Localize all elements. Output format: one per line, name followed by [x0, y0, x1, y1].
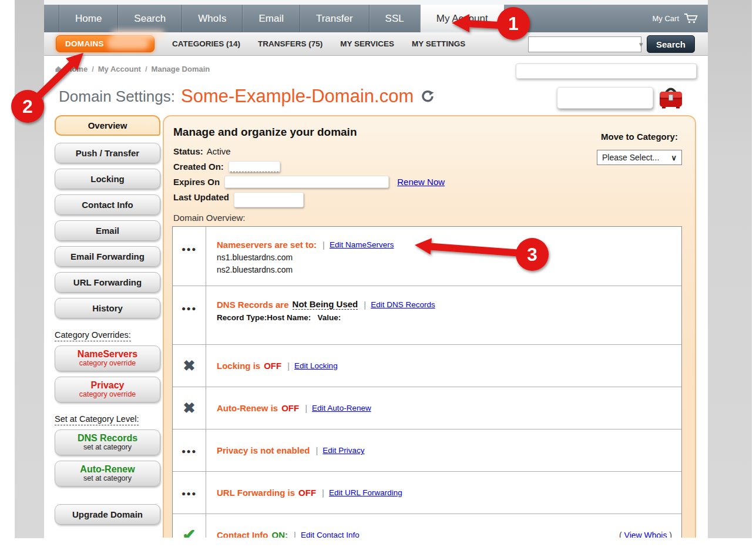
redacted-updated-date — [234, 192, 304, 207]
cart-icon — [684, 13, 698, 24]
category-subtitle: set at category — [83, 444, 132, 452]
table-row-nameservers: Nameservers are set to: | Edit NameServe… — [173, 227, 681, 286]
title-bar: Domain Settings: Some-Example-Domain.com — [59, 86, 435, 107]
nav-tab-whois[interactable]: WhoIs — [182, 5, 242, 32]
status-value: Active — [207, 146, 231, 156]
edit-url-forwarding-link[interactable]: Edit URL Forwarding — [329, 488, 402, 497]
sidebar-item-contact-info[interactable]: Contact Info — [55, 194, 160, 215]
breadcrumb-separator: / — [92, 65, 94, 73]
refresh-icon[interactable] — [421, 89, 435, 103]
override-title: NameServers — [78, 349, 137, 360]
updated-line: Last Updated — [173, 189, 695, 204]
table-row-auto-renew: Auto-Renew is OFF | Edit Auto-Renew — [173, 387, 681, 429]
sidebar-item-nameservers-override[interactable]: NameServers category override — [55, 345, 160, 371]
sidebar-item-upgrade-domain[interactable]: Upgrade Domain — [55, 504, 160, 525]
category-title: Auto-Renew — [80, 464, 135, 475]
pending-dots-icon — [182, 488, 197, 498]
search-button[interactable]: Search — [647, 35, 695, 53]
cross-icon — [183, 400, 196, 417]
redacted-expires-date — [224, 176, 389, 188]
search-input[interactable] — [529, 37, 639, 52]
sidebar-item-email-forwarding[interactable]: Email Forwarding — [55, 246, 160, 267]
chevron-down-icon: ▾ — [639, 40, 647, 49]
screenshot-canvas: Home Search WhoIs Email Transfer SSL My … — [0, 0, 756, 547]
bottom-edge-strip — [0, 538, 756, 547]
table-row-url-forwarding: URL Forwarding is OFF | Edit URL Forward… — [173, 471, 681, 514]
edit-auto-renew-link[interactable]: Edit Auto-Renew — [312, 404, 371, 412]
nav-tab-home[interactable]: Home — [59, 5, 117, 32]
sidebar-item-overview[interactable]: Overview — [55, 115, 160, 136]
check-icon — [182, 525, 196, 538]
subnav-my-settings[interactable]: MY SETTINGS — [412, 39, 465, 48]
dns-record-columns: Record Type:Host Name: Value: — [217, 313, 672, 322]
breadcrumb-separator: / — [145, 65, 147, 73]
domain-overview-label: Domain Overview: — [173, 213, 695, 223]
sub-nav: DOMAINS CATEGORIES (14) TRANSFERS (75) M… — [44, 32, 708, 56]
subnav-domains-button[interactable]: DOMAINS — [56, 35, 154, 52]
override-title: Privacy — [91, 380, 125, 391]
pending-dots-icon — [182, 303, 197, 313]
left-margin-strip — [15, 0, 44, 538]
sidebar-item-push-transfer[interactable]: Push / Transfer — [55, 143, 160, 163]
subnav-transfers[interactable]: TRANSFERS (75) — [258, 39, 322, 48]
search-area: ▾ Search — [528, 35, 695, 53]
table-row-locking: Locking is OFF | Edit Locking — [173, 344, 681, 387]
nav-tab-search[interactable]: Search — [117, 5, 182, 32]
set-at-category-heading: Set at Category Level: — [55, 414, 160, 424]
sidebar-item-dns-records-category[interactable]: DNS Records set at category — [55, 429, 160, 455]
subnav-categories[interactable]: CATEGORIES (14) — [172, 39, 240, 48]
nav-tab-ssl[interactable]: SSL — [369, 5, 420, 32]
edit-nameservers-link[interactable]: Edit NameServers — [330, 240, 394, 249]
sidebar-item-locking[interactable]: Locking — [55, 169, 160, 189]
override-subtitle: category override — [79, 360, 136, 368]
breadcrumb: Home / My Account / Manage Domain — [55, 65, 210, 73]
view-whois-note: ( View Whois ) — [619, 531, 672, 538]
nav-tab-my-account[interactable]: My Account — [420, 5, 504, 32]
redacted-box-breadcrumb-right — [516, 63, 697, 79]
edit-locking-link[interactable]: Edit Locking — [294, 361, 338, 370]
edit-privacy-link[interactable]: Edit Privacy — [322, 446, 364, 455]
renew-now-link[interactable]: Renew Now — [397, 177, 445, 187]
right-margin-strip — [708, 0, 752, 538]
redacted-box-title-right — [557, 87, 653, 109]
table-row-contact-info: Contact Info ON: | Edit Contact Info ( V… — [173, 514, 681, 538]
category-title: DNS Records — [78, 433, 137, 444]
edit-dns-records-link[interactable]: Edit DNS Records — [371, 300, 435, 309]
subnav-my-services[interactable]: MY SERVICES — [340, 39, 394, 48]
breadcrumb-home[interactable]: Home — [66, 65, 88, 73]
sidebar-item-history[interactable]: History — [55, 298, 160, 318]
category-subtitle: set at category — [83, 475, 132, 483]
cross-icon — [183, 357, 196, 374]
nameserver-1: ns1.bluestardns.com — [217, 253, 672, 262]
page-title-prefix: Domain Settings: — [59, 88, 175, 106]
move-to-category-select[interactable]: Please Select... ∨ — [597, 150, 682, 165]
table-row-privacy: Privacy is not enabled | Edit Privacy — [173, 429, 681, 471]
toolbox-icon[interactable] — [658, 85, 684, 112]
edit-contact-info-link[interactable]: Edit Contact Info — [301, 531, 359, 538]
domain-panel: Manage and organize your domain Status: … — [163, 115, 696, 538]
select-value: Please Select... — [602, 153, 659, 162]
sidebar-item-auto-renew-category[interactable]: Auto-Renew set at category — [55, 461, 160, 486]
page: Home Search WhoIs Email Transfer SSL My … — [44, 0, 708, 547]
nameserver-2: ns2.bluestardns.com — [217, 265, 672, 274]
my-cart-label: My Cart — [653, 14, 680, 23]
sidebar-item-privacy-override[interactable]: Privacy category override — [55, 377, 160, 402]
main-nav: Home Search WhoIs Email Transfer SSL My … — [44, 5, 708, 32]
nav-tab-transfer[interactable]: Transfer — [300, 5, 369, 32]
sidebar: Overview Push / Transfer Locking Contact… — [55, 115, 160, 530]
page-title-domain: Some-Example-Domain.com — [181, 86, 414, 107]
domains-label: DOMAINS — [65, 39, 104, 48]
sidebar-item-url-forwarding[interactable]: URL Forwarding — [55, 272, 160, 293]
sidebar-item-email[interactable]: Email — [55, 220, 160, 241]
home-icon — [55, 65, 62, 73]
view-whois-link[interactable]: View Whois — [624, 531, 667, 538]
content-area: Overview Push / Transfer Locking Contact… — [44, 115, 708, 541]
my-cart-button[interactable]: My Cart — [653, 5, 708, 32]
category-overrides-heading: Category Overrides: — [55, 330, 160, 340]
table-row-dns-records: DNS Records are Not Being Used | Edit DN… — [173, 286, 681, 344]
breadcrumb-my-account[interactable]: My Account — [98, 65, 141, 73]
nav-tab-email[interactable]: Email — [242, 5, 300, 32]
search-combobox[interactable]: ▾ — [528, 36, 641, 52]
move-to-category-label: Move to Category: — [597, 132, 682, 142]
pending-dots-icon — [182, 445, 197, 456]
